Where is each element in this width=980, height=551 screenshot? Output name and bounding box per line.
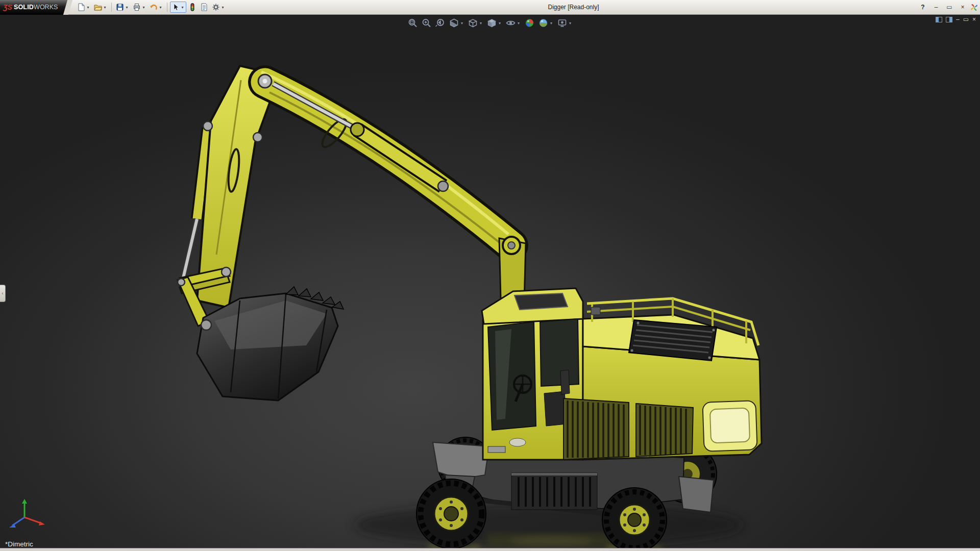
- minimize-button[interactable]: –: [930, 2, 942, 12]
- solidworks-logo-icon: ƷS: [3, 3, 12, 11]
- dropdown-arrow[interactable]: ▾: [568, 21, 573, 26]
- dropdown-arrow[interactable]: ▾: [86, 5, 90, 10]
- dropdown-arrow[interactable]: ▾: [479, 21, 483, 26]
- help-button[interactable]: ?: [917, 2, 928, 12]
- previous-view-icon: [435, 18, 446, 28]
- new-document-button[interactable]: ▾: [76, 2, 92, 13]
- window-title: Digger [Read-only]: [230, 4, 917, 11]
- featuremanager-flyout-tab[interactable]: ‹: [0, 285, 6, 302]
- dropdown-arrow[interactable]: ▾: [220, 5, 225, 10]
- window-controls: ? – ▭ ×: [917, 2, 980, 12]
- rebuild-traffic-light-icon: [188, 3, 197, 11]
- printer-icon: [133, 3, 141, 11]
- cab-sunroof: [514, 293, 568, 310]
- dropdown-arrow[interactable]: ▾: [549, 21, 554, 26]
- edit-appearance-button[interactable]: [524, 17, 536, 29]
- orientation-triad: [3, 494, 50, 534]
- view-settings-icon: [557, 18, 568, 28]
- solidworks-resources-icon[interactable]: [970, 4, 978, 11]
- boom-cylinder: [273, 84, 443, 186]
- edit-appearance-sphere-icon: [525, 18, 535, 28]
- standard-toolbar: ▾ ▾ ▾: [68, 2, 230, 13]
- close-button[interactable]: ×: [957, 2, 968, 12]
- rebuild-button[interactable]: [187, 2, 198, 13]
- view-orientation-button[interactable]: ▾: [467, 17, 484, 29]
- display-style-button[interactable]: ▾: [486, 17, 503, 29]
- digger-model: [0, 15, 980, 548]
- hide-show-items-button[interactable]: ▾: [505, 17, 522, 29]
- heads-up-view-toolbar: ▾ ▾ ▾: [407, 17, 574, 29]
- open-folder-icon: [94, 3, 102, 11]
- rear-panel: [702, 400, 757, 452]
- select-cursor-icon: [172, 3, 180, 11]
- print-button[interactable]: ▾: [131, 2, 148, 13]
- dropdown-arrow[interactable]: ▾: [103, 5, 107, 10]
- cab-windshield: [488, 322, 536, 430]
- options-gear-icon: [212, 3, 220, 11]
- display-style-icon: [487, 18, 497, 28]
- file-properties-icon: [200, 3, 208, 11]
- section-view-icon: [449, 18, 459, 28]
- document-window-controls: – ▭ ×: [936, 16, 976, 22]
- hide-show-eye-icon: [506, 18, 516, 28]
- section-view-button[interactable]: ▾: [448, 17, 465, 29]
- solidworks-logo: ƷS SOLIDWORKS: [0, 0, 68, 15]
- toolbar-separator: [167, 3, 167, 12]
- undo-arrow-icon: [150, 3, 158, 11]
- save-button[interactable]: ▾: [114, 2, 131, 13]
- headlight: [509, 438, 526, 446]
- view-orientation-cube-icon: [468, 18, 478, 28]
- new-document-icon: [77, 3, 85, 11]
- dropdown-arrow[interactable]: ▾: [158, 5, 163, 10]
- dropdown-arrow[interactable]: ▾: [180, 5, 185, 10]
- undo-button[interactable]: ▾: [148, 2, 164, 13]
- document-close-button[interactable]: ×: [972, 16, 976, 22]
- dropdown-arrow[interactable]: ▾: [141, 5, 146, 10]
- options-button[interactable]: ▾: [210, 2, 227, 13]
- dropdown-arrow[interactable]: ▾: [517, 21, 521, 26]
- front-wheel-right: [602, 488, 667, 548]
- save-floppy-icon: [116, 3, 124, 11]
- zoom-to-area-button[interactable]: [421, 17, 433, 29]
- dropdown-arrow[interactable]: ▾: [498, 21, 502, 26]
- dropdown-arrow[interactable]: ▾: [125, 5, 129, 10]
- zoom-to-fit-icon: [408, 18, 418, 28]
- brand-text-bold: SOLID: [14, 4, 34, 11]
- maximize-button[interactable]: ▭: [944, 2, 955, 12]
- cab-side-window: [540, 319, 579, 386]
- dropdown-arrow[interactable]: ▾: [460, 21, 464, 26]
- toolbar-separator: [111, 3, 112, 12]
- engine-housing: [564, 298, 762, 460]
- zoom-to-area-icon: [422, 18, 432, 28]
- menu-bar: ƷS SOLIDWORKS ▾ ▾: [0, 0, 980, 15]
- side-grille-right: [636, 404, 693, 457]
- split-pane-right-icon[interactable]: [946, 17, 952, 22]
- apply-scene-sphere-icon: [538, 18, 549, 28]
- file-properties-button[interactable]: [199, 2, 210, 13]
- solidworks-window: ƷS SOLIDWORKS ▾ ▾: [0, 0, 980, 551]
- split-pane-left-icon[interactable]: [936, 17, 942, 22]
- open-button[interactable]: ▾: [92, 2, 109, 13]
- document-restore-button[interactable]: ▭: [963, 16, 969, 22]
- document-minimize-button[interactable]: –: [956, 16, 960, 22]
- previous-view-button[interactable]: [434, 17, 447, 29]
- graphics-area[interactable]: ▾ ▾ ▾: [0, 15, 980, 548]
- side-grille-left: [564, 398, 629, 460]
- exhaust: [591, 307, 600, 315]
- brand-text-light: WORKS: [34, 4, 58, 11]
- view-settings-button[interactable]: ▾: [556, 17, 574, 29]
- select-button[interactable]: ▾: [170, 2, 186, 13]
- zoom-to-fit-button[interactable]: [407, 17, 419, 29]
- front-wheel-left: [416, 479, 486, 548]
- status-bar: [0, 548, 980, 551]
- apply-scene-button[interactable]: ▾: [537, 17, 555, 29]
- view-orientation-label: *Dimetric: [5, 540, 33, 548]
